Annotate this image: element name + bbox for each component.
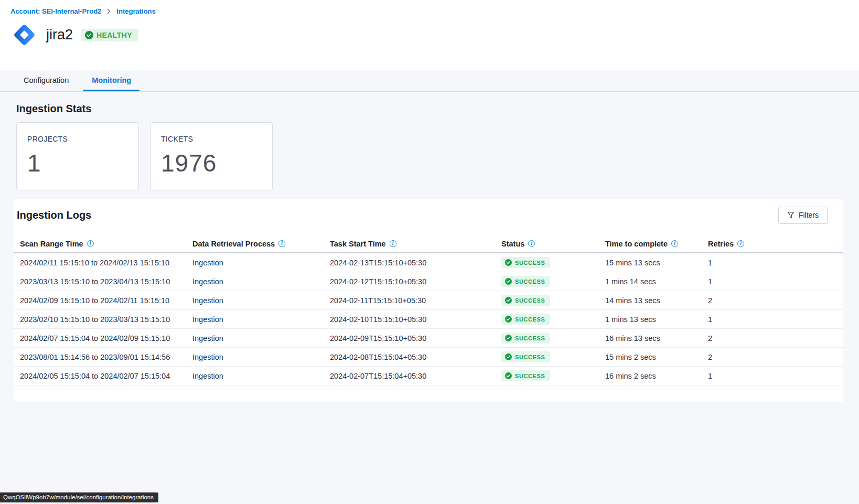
- status-bar-link-preview: QwqOSllWp9ob7w/module/sei/configuration/…: [0, 492, 158, 502]
- ingestion-logs-header: Ingestion Logs Filters: [14, 207, 843, 224]
- breadcrumb-integrations-link[interactable]: Integrations: [116, 7, 155, 15]
- ingestion-logs-title: Ingestion Logs: [17, 209, 91, 221]
- status-badge: SUCCESS: [501, 276, 550, 287]
- cell-time-to-complete: 1 mins 14 secs: [605, 277, 708, 286]
- status-badge: SUCCESS: [501, 295, 550, 306]
- cell-task-start-time: 2024-02-13T15:15:10+05:30: [330, 259, 501, 267]
- cell-status: SUCCESS: [501, 276, 605, 287]
- filters-button-label: Filters: [799, 211, 819, 219]
- cell-time-to-complete: 14 mins 13 secs: [605, 296, 708, 305]
- integration-title-row: jira2 HEALTHY: [10, 21, 859, 49]
- cell-task-start-time: 2024-02-09T15:15:10+05:30: [330, 334, 501, 342]
- info-icon[interactable]: i: [528, 240, 535, 247]
- column-header-task-start-time: Task Start Timei: [330, 240, 501, 248]
- column-header-label: Time to complete: [605, 240, 668, 248]
- check-circle-icon: [505, 259, 512, 266]
- column-header-label: Scan Range Time: [20, 240, 83, 248]
- cell-time-to-complete: 15 mins 2 secs: [605, 353, 708, 361]
- table-row: 2023/02/10 15:15:10 to 2023/03/13 15:15:…: [14, 310, 843, 329]
- cell-task-start-time: 2024-02-07T15:15:04+05:30: [330, 372, 501, 380]
- app-header: Account: SEI-Internal-Prod2 Integrations…: [0, 0, 859, 70]
- status-badge: SUCCESS: [501, 333, 550, 344]
- cell-scan-range-time: 2024/02/09 15:15:10 to 2024/02/11 15:15:…: [20, 296, 192, 305]
- info-icon[interactable]: i: [390, 240, 396, 247]
- cell-scan-range-time: 2023/08/01 15:14:56 to 2023/09/01 15:14:…: [20, 353, 192, 361]
- health-status-label: HEALTHY: [96, 31, 132, 39]
- cell-scan-range-time: 2023/02/10 15:15:10 to 2023/03/13 15:15:…: [20, 315, 192, 324]
- cell-data-retrieval-process: Ingestion: [192, 315, 330, 324]
- cell-time-to-complete: 15 mins 13 secs: [605, 259, 708, 267]
- health-status-badge: HEALTHY: [81, 29, 138, 41]
- info-icon[interactable]: i: [87, 240, 94, 247]
- status-badge: SUCCESS: [501, 351, 550, 362]
- jira-logo-icon: [10, 21, 38, 49]
- cell-time-to-complete: 16 mins 13 secs: [605, 334, 708, 342]
- check-circle-icon: [505, 316, 512, 323]
- check-circle-icon: [505, 372, 512, 379]
- cell-data-retrieval-process: Ingestion: [192, 277, 330, 286]
- cell-scan-range-time: 2024/02/05 15:15:04 to 2024/02/07 15:15:…: [20, 372, 192, 380]
- breadcrumb-account-link[interactable]: Account: SEI-Internal-Prod2: [10, 7, 101, 15]
- tabs-bar: Configuration Monitoring: [0, 70, 859, 92]
- status-badge-label: SUCCESS: [515, 373, 545, 379]
- cell-task-start-time: 2024-02-10T15:15:10+05:30: [330, 315, 501, 324]
- cell-time-to-complete: 16 mins 2 secs: [605, 372, 708, 380]
- filter-funnel-icon: [787, 211, 794, 219]
- stat-card-label: TICKETS: [161, 135, 272, 143]
- cell-status: SUCCESS: [501, 333, 605, 344]
- column-header-label: Task Start Time: [330, 240, 386, 248]
- cell-retries: 1: [708, 259, 843, 267]
- cell-status: SUCCESS: [501, 314, 605, 325]
- cell-retries: 2: [708, 353, 843, 361]
- table-row: 2024/02/11 15:15:10 to 2024/02/13 15:15:…: [14, 253, 843, 272]
- status-badge-label: SUCCESS: [515, 316, 545, 323]
- chevron-right-icon: [106, 8, 112, 14]
- table-row: 2024/02/05 15:15:04 to 2024/02/07 15:15:…: [14, 367, 843, 385]
- info-icon[interactable]: i: [671, 240, 678, 247]
- cell-retries: 2: [708, 296, 843, 305]
- breadcrumb: Account: SEI-Internal-Prod2 Integrations: [10, 7, 859, 15]
- filters-button[interactable]: Filters: [778, 207, 828, 224]
- tab-monitoring[interactable]: Monitoring: [83, 70, 139, 91]
- cell-task-start-time: 2024-02-11T15:15:10+05:30: [330, 296, 501, 305]
- cell-data-retrieval-process: Ingestion: [192, 296, 330, 305]
- status-badge-label: SUCCESS: [515, 335, 545, 341]
- column-header-label: Retries: [708, 240, 734, 248]
- cell-time-to-complete: 1 mins 13 secs: [605, 315, 708, 324]
- check-circle-icon: [505, 335, 512, 341]
- info-icon[interactable]: i: [737, 240, 744, 247]
- column-header-scan-range-time: Scan Range Timei: [20, 240, 192, 248]
- column-header-data-retrieval-process: Data Retrieval Processi: [192, 240, 330, 248]
- logs-table-header: Scan Range TimeiData Retrieval ProcessiT…: [14, 235, 843, 253]
- table-row: 2023/03/13 15:15:10 to 2023/04/13 15:15:…: [14, 272, 843, 291]
- cell-retries: 2: [708, 334, 843, 342]
- cell-retries: 1: [708, 372, 843, 380]
- column-header-time-to-complete: Time to completei: [605, 240, 708, 248]
- stat-card-value: 1976: [161, 149, 272, 177]
- cell-scan-range-time: 2024/02/07 15:15:04 to 2024/02/09 15:15:…: [20, 334, 192, 342]
- check-circle-icon: [505, 278, 512, 285]
- column-header-label: Data Retrieval Process: [192, 240, 275, 248]
- stat-card-projects: PROJECTS 1: [16, 122, 139, 190]
- status-badge-label: SUCCESS: [515, 354, 545, 360]
- cell-data-retrieval-process: Ingestion: [192, 372, 330, 380]
- stat-card-tickets: TICKETS 1976: [150, 122, 273, 190]
- cell-retries: 1: [708, 315, 843, 324]
- ingestion-stats-cards: PROJECTS 1 TICKETS 1976: [16, 122, 859, 190]
- table-row: 2024/02/09 15:15:10 to 2024/02/11 15:15:…: [14, 291, 843, 310]
- tab-configuration[interactable]: Configuration: [15, 70, 77, 91]
- cell-data-retrieval-process: Ingestion: [192, 334, 330, 342]
- column-header-status: Statusi: [501, 240, 605, 248]
- cell-data-retrieval-process: Ingestion: [192, 353, 330, 361]
- info-icon[interactable]: i: [278, 240, 285, 247]
- stat-card-label: PROJECTS: [27, 135, 138, 143]
- status-badge: SUCCESS: [501, 257, 550, 268]
- check-circle-icon: [85, 31, 93, 39]
- ingestion-logs-panel: Ingestion Logs Filters Scan Range TimeiD…: [14, 199, 843, 402]
- status-badge: SUCCESS: [501, 370, 550, 381]
- column-header-label: Status: [501, 240, 524, 248]
- ingestion-stats-title: Ingestion Stats: [16, 103, 859, 115]
- status-badge: SUCCESS: [501, 314, 550, 325]
- cell-status: SUCCESS: [501, 370, 605, 381]
- cell-status: SUCCESS: [501, 257, 605, 268]
